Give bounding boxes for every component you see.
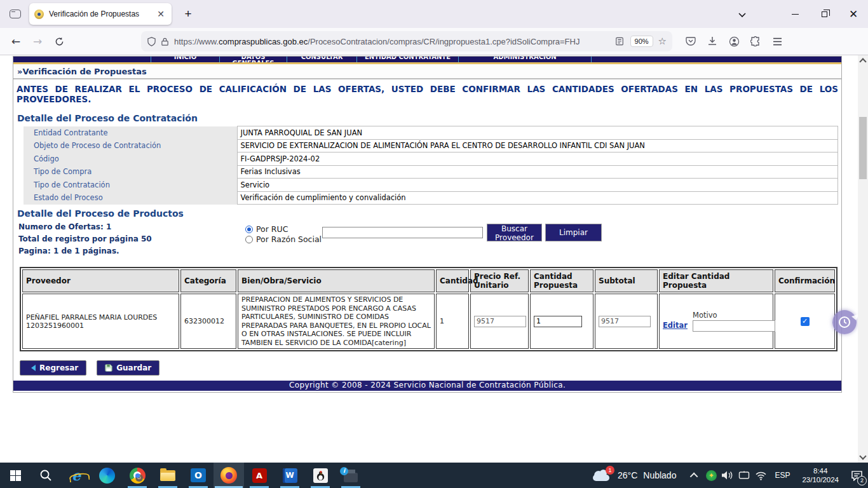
back-arrow-icon bbox=[28, 365, 36, 371]
radio-checked-icon bbox=[245, 226, 253, 233]
shield-icon[interactable] bbox=[147, 37, 156, 46]
radio-por-ruc[interactable]: Por RUC bbox=[245, 224, 322, 234]
volume-icon[interactable] bbox=[719, 463, 736, 488]
radio-unchecked-icon bbox=[245, 236, 253, 243]
time: 8:44 bbox=[802, 466, 839, 475]
reader-mode-icon[interactable] bbox=[615, 37, 624, 46]
nav-item[interactable]: Datos Generales bbox=[219, 57, 287, 62]
screen-capture-overlay-icon[interactable] bbox=[832, 310, 857, 334]
taskbar-item-irfanview[interactable] bbox=[305, 463, 336, 488]
taskbar-item-acrobat[interactable]: A bbox=[244, 463, 275, 488]
weather-desc: Nublado bbox=[643, 470, 676, 480]
date: 23/10/2024 bbox=[802, 475, 839, 484]
downloads-icon[interactable] bbox=[702, 31, 723, 51]
regresar-button[interactable]: Regresar bbox=[20, 360, 86, 376]
cell-descripcion: PREPARACION DE ALIMENTOS Y SERVICIOS DE … bbox=[238, 294, 435, 349]
cell-cantidad: 1 bbox=[436, 294, 469, 349]
weather-widget[interactable]: 1 26°C Nublado bbox=[592, 469, 676, 482]
table-row: Entidad ContratanteJUNTA PARROQUIAL DE S… bbox=[24, 126, 838, 140]
buscar-proveedor-button[interactable]: Buscar Proveedor bbox=[487, 224, 542, 241]
list-tabs-chevron-icon[interactable] bbox=[731, 8, 754, 20]
language-indicator[interactable]: ESP bbox=[775, 471, 790, 480]
nav-item[interactable]: Inicio bbox=[151, 57, 219, 62]
radio-label: Por Razón Social bbox=[256, 234, 322, 244]
notification-center-button[interactable]: 2 bbox=[845, 463, 868, 488]
taskbar-item-edge[interactable] bbox=[92, 463, 122, 488]
taskbar-item-word[interactable]: W bbox=[275, 463, 305, 488]
products-table: Proveedor Categoría Bien/Obra/Servicio C… bbox=[20, 267, 837, 351]
scroll-up-icon[interactable] bbox=[859, 58, 866, 65]
weather-temp: 26°C bbox=[618, 470, 637, 480]
col-header: Cantidad Propuesta bbox=[530, 269, 593, 292]
cantidad-propuesta-input[interactable] bbox=[534, 316, 582, 327]
pocket-icon[interactable] bbox=[680, 31, 702, 51]
url-text[interactable]: https://www.compraspublicas.gob.ec/Proce… bbox=[174, 37, 615, 46]
contract-detail-table: Entidad ContratanteJUNTA PARROQUIAL DE S… bbox=[24, 126, 838, 205]
file-explorer-icon bbox=[160, 470, 175, 481]
table-header-row: Proveedor Categoría Bien/Obra/Servicio C… bbox=[22, 269, 835, 292]
tray-chevron-up-icon[interactable] bbox=[686, 463, 703, 488]
firefox-view-button[interactable] bbox=[5, 5, 25, 23]
nav-item[interactable]: Administración bbox=[458, 57, 592, 62]
site-favicon-icon bbox=[34, 10, 44, 19]
taskbar-item-chrome[interactable]: G bbox=[122, 463, 153, 488]
guardar-button[interactable]: Guardar bbox=[97, 360, 159, 376]
page-scrollbar[interactable] bbox=[858, 55, 868, 463]
taskbar-item-firefox[interactable] bbox=[214, 463, 244, 488]
extensions-icon[interactable] bbox=[745, 31, 766, 51]
confirmacion-checkbox[interactable] bbox=[801, 317, 810, 326]
acrobat-icon: A bbox=[252, 468, 267, 483]
menu-hamburger-icon[interactable] bbox=[766, 31, 788, 51]
edge-icon bbox=[99, 468, 115, 484]
col-header: Proveedor bbox=[22, 269, 179, 292]
limpiar-button[interactable]: Limpiar bbox=[545, 224, 602, 241]
taskbar-item-file-explorer[interactable] bbox=[153, 463, 183, 488]
breadcrumb: »Verificación de Propuestas bbox=[13, 64, 841, 79]
new-tab-button[interactable]: + bbox=[179, 7, 197, 21]
account-icon[interactable] bbox=[723, 31, 745, 51]
bookmark-star-icon[interactable]: ☆ bbox=[658, 36, 667, 47]
taskbar-item-outlook[interactable]: O bbox=[183, 463, 214, 488]
clock[interactable]: 8:44 23/10/2024 bbox=[802, 466, 839, 484]
firefox-icon bbox=[220, 467, 237, 484]
start-button[interactable] bbox=[0, 463, 31, 488]
internet-explorer-icon: e bbox=[72, 469, 81, 482]
nav-item[interactable]: Consultar bbox=[287, 57, 356, 62]
system-tray: 1 26°C Nublado ESP 8:44 23/10/2024 bbox=[592, 463, 868, 488]
back-button[interactable]: ← bbox=[5, 31, 27, 51]
scrollbar-thumb[interactable] bbox=[859, 117, 867, 179]
taskbar-item-internet-explorer[interactable]: e bbox=[61, 463, 92, 488]
minimize-button[interactable] bbox=[780, 0, 810, 28]
taskbar-item-print-tool[interactable]: i bbox=[336, 463, 366, 488]
editar-link[interactable]: Editar bbox=[663, 321, 688, 332]
nav-item[interactable]: Entidad Contratante bbox=[356, 57, 458, 62]
radio-por-razon-social[interactable]: Por Razón Social bbox=[245, 234, 322, 245]
close-button[interactable]: ✕ bbox=[839, 0, 868, 28]
subtotal-input bbox=[599, 316, 651, 327]
browser-tab[interactable]: Verificación de Propuestas ✕ bbox=[29, 3, 172, 25]
screen: Verificación de Propuestas ✕ + ✕ ← → htt… bbox=[0, 0, 868, 488]
tab-close-icon[interactable]: ✕ bbox=[155, 9, 166, 19]
detail-value: Servicio bbox=[237, 179, 838, 192]
detail-label: Tipo de Contratación bbox=[24, 179, 237, 192]
wifi-icon[interactable] bbox=[752, 463, 769, 488]
notification-badge: 2 bbox=[857, 476, 867, 485]
site-nav-bar: Inicio Datos Generales Consultar Entidad… bbox=[13, 57, 841, 62]
detail-value: Ferias Inclusivas bbox=[237, 165, 838, 179]
scroll-down-icon[interactable] bbox=[859, 452, 866, 459]
lock-icon[interactable] bbox=[161, 37, 169, 46]
url-bar[interactable]: https://www.compraspublicas.gob.ec/Proce… bbox=[141, 31, 672, 51]
cell-editar: Editar Motivo bbox=[659, 294, 773, 349]
reload-button[interactable] bbox=[48, 31, 70, 51]
restore-button[interactable] bbox=[810, 0, 839, 28]
search-button[interactable] bbox=[31, 463, 61, 488]
zoom-level-badge[interactable]: 90% bbox=[630, 36, 653, 47]
provider-search-input[interactable] bbox=[322, 227, 483, 238]
display-connect-icon[interactable] bbox=[736, 463, 752, 488]
detail-label: Código bbox=[24, 152, 237, 166]
motivo-input[interactable] bbox=[693, 320, 775, 332]
antivirus-icon[interactable] bbox=[703, 463, 719, 488]
forward-button[interactable]: → bbox=[27, 31, 48, 51]
section-title-productos: Detalle del Proceso de Productos bbox=[17, 208, 841, 219]
outlook-icon: O bbox=[191, 468, 206, 482]
